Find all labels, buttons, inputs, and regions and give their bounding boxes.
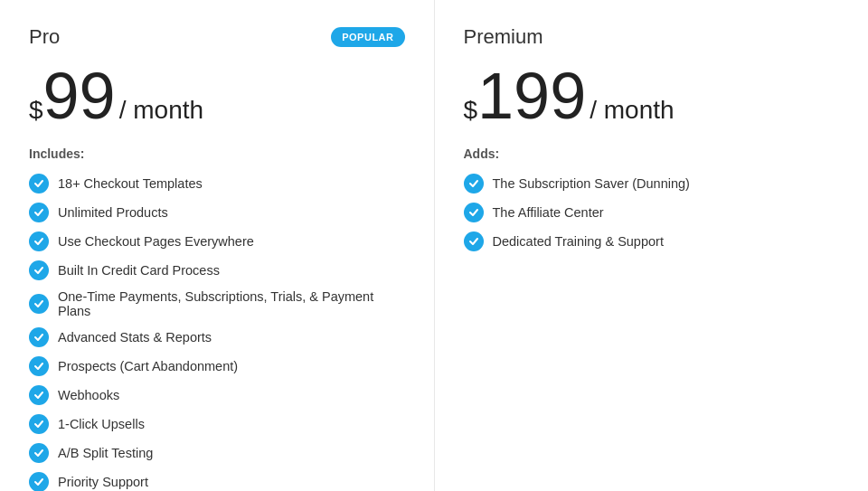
list-item: Webhooks [29,385,405,405]
list-item: Dedicated Training & Support [464,231,840,251]
check-icon [464,231,484,251]
check-icon [29,443,49,463]
list-item: Built In Credit Card Process [29,260,405,280]
check-icon [29,231,49,251]
list-item: 1-Click Upsells [29,414,405,434]
pro-price-row: $ 99 / month [29,63,405,128]
pro-feature-list: 18+ Checkout Templates Unlimited Product… [29,174,405,491]
list-item: One-Time Payments, Subscriptions, Trials… [29,289,405,318]
popular-badge: POPULAR [331,27,404,47]
pro-price-dollar: $ [29,98,43,123]
pro-plan-header: Pro POPULAR [29,25,405,49]
list-item: Priority Support [29,472,405,491]
check-icon [464,174,484,194]
list-item: Advanced Stats & Reports [29,327,405,347]
list-item: Use Checkout Pages Everywhere [29,231,405,251]
check-icon [29,174,49,194]
plans-container: Pro POPULAR $ 99 / month Includes: 18+ C… [0,0,868,491]
list-item: The Subscription Saver (Dunning) [464,174,840,194]
check-icon [29,385,49,405]
pro-price-period: / month [119,96,203,125]
pro-plan: Pro POPULAR $ 99 / month Includes: 18+ C… [0,0,435,491]
list-item: The Affiliate Center [464,203,840,222]
premium-includes-label: Adds: [464,146,840,161]
premium-plan-name: Premium [464,25,543,49]
pro-includes-label: Includes: [29,146,405,161]
premium-plan-header: Premium [464,25,840,49]
premium-price-row: $ 199 / month [464,63,840,128]
check-icon [29,414,49,434]
check-icon [29,327,49,347]
premium-price-period: / month [590,96,674,125]
premium-price-amount: 199 [477,63,586,128]
check-icon [29,260,49,280]
pro-plan-name: Pro [29,25,60,49]
premium-feature-list: The Subscription Saver (Dunning) The Aff… [464,174,840,251]
pro-price-amount: 99 [43,63,116,128]
list-item: A/B Split Testing [29,443,405,463]
check-icon [29,356,49,376]
premium-price-dollar: $ [464,98,478,123]
check-icon [464,203,484,222]
list-item: Prospects (Cart Abandonment) [29,356,405,376]
list-item: Unlimited Products [29,203,405,222]
check-icon [29,203,49,222]
premium-plan: Premium $ 199 / month Adds: The Subscrip… [435,0,869,491]
check-icon [29,294,49,314]
list-item: 18+ Checkout Templates [29,174,405,194]
check-icon [29,472,49,491]
